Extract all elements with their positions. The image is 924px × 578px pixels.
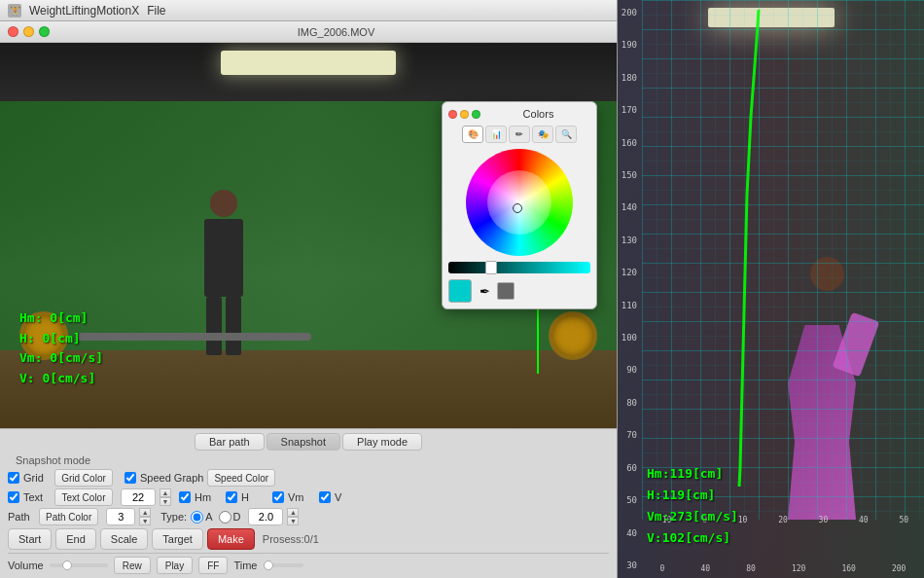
y-150: 150 [620,170,640,180]
y-200: 200 [620,8,640,18]
color-swatch-small[interactable] [497,282,515,300]
hm-value: Hm: 0[cm] [19,308,103,329]
type-d-radio[interactable] [219,511,231,524]
text-size-stepper[interactable]: ▲ ▼ [160,488,171,506]
text-size-down[interactable]: ▼ [160,497,171,506]
y-110: 110 [620,301,640,310]
color-wheel[interactable] [466,149,573,256]
x-bottom-80: 80 [746,564,756,573]
minimize-button[interactable] [23,26,34,37]
x-bottom-200: 200 [892,564,906,573]
path-row: Path Path Color ▲ ▼ Type: A D ▲ ▼ [8,508,609,525]
grid-color-button[interactable]: Grid Color [54,469,113,487]
v-checkbox[interactable] [319,491,331,503]
colors-close[interactable] [448,110,457,119]
color-tab-magnify[interactable]: 🔍 [555,126,577,143]
type-label: Type: [160,511,187,523]
text-row: Text Text Color ▲ ▼ Hm H Vm V [8,488,609,506]
type-d-label: D [233,511,241,523]
color-wheel-container[interactable] [448,149,590,256]
color-tab-wheel[interactable]: 🎨 [462,126,483,143]
text-size-up[interactable]: ▲ [160,488,171,497]
rp-h-value: H:119[cm] [647,485,738,506]
y-100: 100 [620,333,640,343]
x-label-50: 50 [899,516,908,524]
make-button[interactable]: Make [207,528,255,550]
selected-color-swatch[interactable] [448,279,472,303]
color-brightness-slider[interactable] [448,262,590,273]
left-panel: 🏋 WeightLiftingMotionX File IMG_2006.MOV [0,0,618,578]
play-button[interactable]: Play [157,557,193,574]
path-size-stepper[interactable]: ▲ ▼ [139,508,151,525]
vm-checkbox[interactable] [272,491,284,503]
close-button[interactable] [8,26,18,37]
speed-graph-label: Speed Graph [140,472,203,484]
color-tab-sliders[interactable]: 📊 [485,126,507,143]
volume-thumb [62,560,72,570]
colors-title-bar: Colors [448,108,590,120]
start-button[interactable]: Start [8,528,52,550]
vm-value: Vm: 0[cm/s] [19,348,103,369]
speed-color-button[interactable]: Speed Color [207,469,275,487]
tab-play-mode[interactable]: Play mode [342,433,422,451]
time-label: Time [233,560,257,571]
hm-checkbox[interactable] [179,491,191,503]
scale-button[interactable]: Scale [100,528,149,550]
h-value: H: 0[cm] [19,329,103,349]
volume-slider[interactable] [50,563,108,567]
type-value-down[interactable]: ▼ [287,517,299,525]
athlete-silhouette [195,190,253,355]
colors-fullscreen[interactable] [472,110,480,119]
right-panel: 200 190 180 170 160 150 140 130 120 110 … [618,0,924,578]
speed-graph-checkbox[interactable] [124,472,136,484]
tab-bar-path[interactable]: Bar path [195,433,265,451]
path-color-button[interactable]: Path Color [39,508,98,525]
rp-v-value: V:102[cm/s] [647,527,738,549]
text-color-button[interactable]: Text Color [54,488,113,506]
file-menu[interactable]: File [147,4,165,18]
x-bottom-120: 120 [792,564,805,573]
text-checkbox[interactable] [8,491,19,503]
text-size-input[interactable] [121,488,156,506]
colors-dialog: Colors 🎨 📊 ✏ 🎭 🔍 ✒ [442,101,597,309]
x-label-40: 40 [859,516,869,524]
grid-speed-row: Grid Grid Color Speed Graph Speed Color [8,469,609,487]
y-130: 130 [620,235,640,245]
left-measurements: Hm: 0[cm] H: 0[cm] Vm: 0[cm/s] V: 0[cm/s… [19,308,103,389]
type-value-up[interactable]: ▲ [287,508,299,517]
video-area: Hm: 0[cm] H: 0[cm] Vm: 0[cm/s] V: 0[cm/s… [0,43,617,428]
fullscreen-button[interactable] [39,26,50,37]
v-value: V: 0[cm/s] [19,369,103,389]
color-tab-pencil[interactable]: ✏ [509,126,530,143]
tab-snapshot[interactable]: Snapshot [267,433,340,451]
type-value-input[interactable] [248,508,283,525]
colors-minimize[interactable] [460,110,469,119]
path-label: Path [8,511,35,523]
y-50: 50 [620,495,640,505]
y-60: 60 [620,463,640,473]
ff-button[interactable]: FF [198,557,228,574]
snapshot-row: Snapshot mode [8,454,609,466]
path-size-up[interactable]: ▲ [139,508,151,517]
time-thumb [264,560,273,570]
type-a-radio[interactable] [191,511,203,524]
target-button[interactable]: Target [152,528,203,550]
v-label: V [335,491,362,503]
weight-plate-right [549,311,597,360]
path-size-down[interactable]: ▼ [139,517,151,525]
color-tab-palette[interactable]: 🎭 [532,126,553,143]
path-size-input[interactable] [106,508,135,525]
grid-checkbox[interactable] [8,472,19,484]
end-button[interactable]: End [55,528,96,550]
type-value-stepper[interactable]: ▲ ▼ [287,508,299,525]
rp-hm-value: Hm:119[cm] [647,463,738,485]
x-bottom-40: 40 [700,564,710,573]
x-label-20: 20 [778,516,788,524]
h-checkbox[interactable] [226,491,237,503]
volume-label: Volume [8,560,44,571]
time-slider[interactable] [265,563,303,567]
eyedropper-tool[interactable]: ✒ [476,282,493,300]
y-30: 30 [620,560,640,570]
rew-button[interactable]: Rew [114,557,151,574]
hm-label: Hm [195,491,222,503]
